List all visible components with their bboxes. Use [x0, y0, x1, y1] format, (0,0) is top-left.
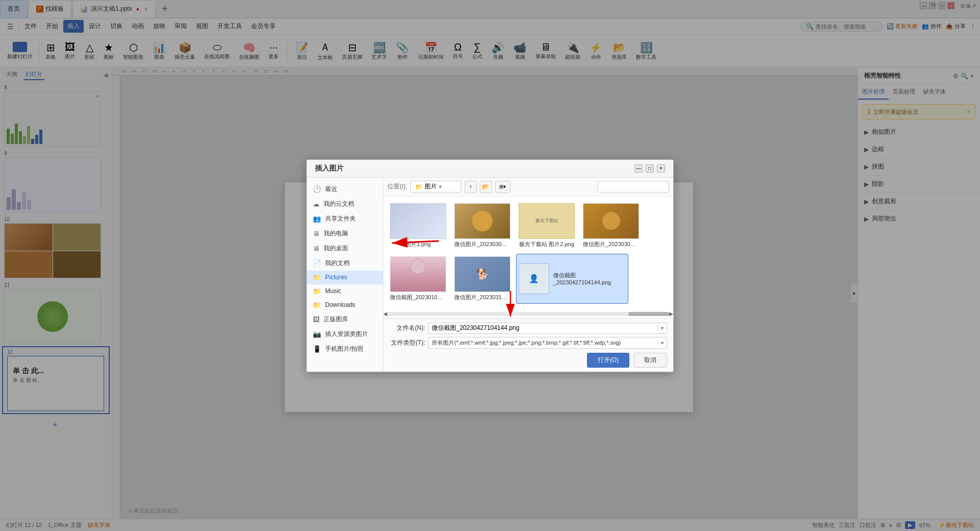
cancel-btn[interactable]: 取消: [633, 353, 667, 368]
modal-sidebar-mobile[interactable]: 📱 手机图片/拍照: [307, 342, 383, 356]
modal-sidebar-desktop[interactable]: 🖥 我的桌面: [307, 241, 383, 256]
file-item-img3[interactable]: 极光下载站 极光下载站 图片2.png: [516, 201, 577, 251]
modal-scroll-right-btn[interactable]: ▶: [669, 311, 673, 317]
modal-sidebar-downloads[interactable]: 📁 Downloads: [307, 298, 383, 312]
modal-title: 插入图片: [315, 164, 344, 173]
file-item-img6[interactable]: 🐕 微信图片_20230317105217.jpg: [452, 254, 513, 304]
open-btn[interactable]: 打开(O): [587, 353, 629, 368]
filename-label: 文件名(N):: [389, 324, 425, 332]
modal-overlay: 插入图片 — □ × 🕐 最近 ☁ 我的云文档 👥: [0, 0, 980, 531]
file-item-img7-selected[interactable]: 👤 微信截图_20230427104144.png: [516, 254, 628, 304]
modal-search-input[interactable]: [598, 181, 669, 192]
modal-minimize-btn[interactable]: —: [634, 164, 643, 173]
filetype-label: 文件类型(T):: [389, 339, 425, 347]
modal-scroll-left-btn[interactable]: ◀: [383, 311, 387, 317]
file-item-img4[interactable]: 微信图片_20230307153207.xnbak.jpg: [580, 201, 642, 251]
modal-location-dropdown[interactable]: ▾: [439, 184, 442, 189]
modal-sidebar-documents[interactable]: 📄 我的文档: [307, 256, 383, 271]
modal-sidebar-insert-resource[interactable]: 📷 插入资源类图片: [307, 327, 383, 342]
modal-location-label: 位置(I):: [387, 182, 407, 191]
modal-location-value: 图片: [425, 182, 437, 191]
modal-view-toggle[interactable]: ⊞▾: [495, 181, 510, 193]
filename-input[interactable]: [429, 323, 657, 333]
modal-sidebar-recent[interactable]: 🕐 最近: [307, 182, 383, 197]
modal-folder-icon: 📁: [415, 183, 423, 190]
file-item-img1[interactable]: 图片1.png: [387, 201, 449, 251]
modal-sidebar-cloud[interactable]: ☁ 我的云文档: [307, 197, 383, 211]
modal-file-grid: 图片1.png 微信图片_20230307153207.jpg 极光下: [383, 197, 673, 312]
modal-header: 插入图片 — □ ×: [307, 160, 673, 178]
modal-sidebar-pictures[interactable]: 📁 Pictures: [307, 271, 383, 284]
file-item-img5[interactable]: 微信截图_20230102154533.jpg: [387, 254, 449, 304]
filename-dropdown-btn[interactable]: ▾: [657, 325, 667, 331]
filetype-dropdown-btn[interactable]: ▾: [657, 340, 667, 346]
filetype-value: 所有图片(*.emf;*.wmf;*.jpg;*.jpeg;*.jpe;*.pn…: [429, 337, 657, 348]
modal-maximize-btn[interactable]: □: [646, 164, 654, 173]
modal-scrollbar-thumb[interactable]: [628, 312, 669, 316]
modal-new-folder-btn[interactable]: 📂: [480, 181, 492, 193]
modal-sidebar-shared[interactable]: 👥 共享文件夹: [307, 211, 383, 226]
modal-sidebar-music[interactable]: 📁 Music: [307, 284, 383, 298]
modal-close-btn[interactable]: ×: [657, 164, 665, 173]
modal-nav-up-btn[interactable]: ↑: [464, 181, 477, 193]
modal-sidebar-computer[interactable]: 🖥 我的电脑: [307, 226, 383, 241]
file-item-img2[interactable]: 微信图片_20230307153207.jpg: [452, 201, 513, 251]
modal-sidebar-stock[interactable]: 🖼 正版图库: [307, 312, 383, 327]
modal-insert-image: 插入图片 — □ × 🕐 最近 ☁ 我的云文档 👥: [306, 159, 674, 372]
modal-sidebar: 🕐 最近 ☁ 我的云文档 👥 共享文件夹 🖥 我的电脑 🖥 我的桌面: [307, 178, 383, 372]
